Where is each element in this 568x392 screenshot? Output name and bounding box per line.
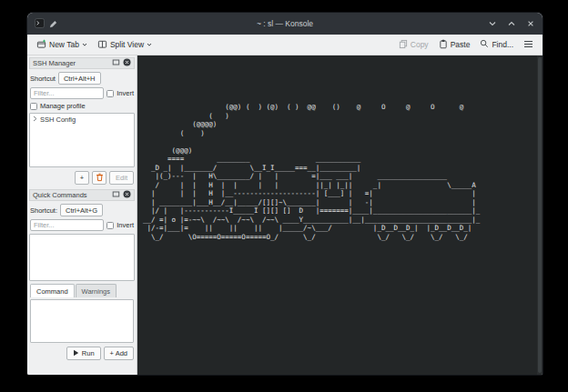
find-label: Find... [492, 40, 513, 49]
qc-shortcut-button[interactable]: Ctrl+Alt+G [60, 204, 103, 216]
qc-buttons-row: Run + Add [29, 346, 135, 362]
ssh-invert-label: Invert [117, 89, 134, 97]
qc-tabs: Command Warnings [30, 284, 134, 297]
hamburger-icon [523, 40, 533, 50]
main-content: SSH Manager Shortcut Ctrl+Alt+H [27, 55, 543, 375]
copy-button[interactable]: Copy [395, 37, 432, 53]
chevron-down-icon [82, 40, 87, 49]
qc-command-editor[interactable] [30, 299, 134, 343]
run-label: Run [82, 349, 95, 357]
tab-warnings[interactable]: Warnings [76, 284, 117, 297]
close-button[interactable] [526, 19, 535, 28]
expander-icon[interactable] [33, 116, 37, 124]
ssh-shortcut-button[interactable]: Ctrl+Alt+H [58, 72, 101, 85]
terminal-scrollbar[interactable] [537, 55, 543, 375]
paste-button[interactable]: Paste [435, 37, 474, 53]
ssh-manager-panel: SSH Manager Shortcut Ctrl+Alt+H [29, 57, 135, 186]
qc-invert-label: Invert [117, 221, 134, 229]
copy-icon [399, 39, 408, 51]
manage-profile-checkbox[interactable] [30, 103, 37, 110]
qc-invert-checkbox[interactable] [106, 222, 114, 229]
ssh-manager-title: SSH Manager [33, 59, 109, 67]
new-tab-label: New Tab [49, 40, 79, 49]
quick-commands-header[interactable]: Quick Commands [29, 189, 135, 201]
titlebar[interactable]: ~ : sl — Konsole [27, 13, 543, 35]
search-icon [480, 39, 489, 50]
trash-icon [96, 173, 104, 184]
ssh-filter-input[interactable] [30, 87, 104, 99]
manage-profile-row: Manage profile [29, 102, 135, 110]
qc-filter-row: Invert [29, 219, 135, 231]
terminal-area[interactable]: (@@) ( ) (@) ( ) @@ () @ O @ O @ ( ) (@@… [137, 55, 543, 375]
desktop-background: ~ : sl — Konsole New Tab [0, 0, 568, 392]
qc-filter-input[interactable] [30, 219, 104, 231]
chevron-down-icon [147, 40, 152, 49]
copy-label: Copy [411, 40, 429, 49]
toolbar: New Tab Split View Copy [27, 35, 543, 55]
ssh-config-tree[interactable]: SSH Config [29, 113, 135, 167]
split-view-label: Split View [110, 40, 144, 49]
close-panel-icon[interactable] [123, 190, 131, 200]
window-title: ~ : sl — Konsole [27, 19, 543, 28]
manage-profile-label: Manage profile [40, 102, 86, 110]
ssh-filter-row: Invert [29, 87, 135, 99]
qc-shortcut-row: Shortcut: Ctrl+Alt+G [29, 204, 135, 216]
float-panel-icon[interactable] [112, 58, 120, 68]
quick-commands-title: Quick Commands [33, 191, 109, 199]
split-view-icon [97, 39, 107, 51]
tab-command[interactable]: Command [30, 284, 75, 297]
ssh-delete-button[interactable] [92, 171, 106, 185]
ssh-shortcut-label: Shortcut [30, 75, 56, 83]
menu-button[interactable] [520, 38, 537, 52]
qc-add-button[interactable]: + Add [104, 347, 134, 360]
konsole-app-icon [35, 15, 45, 32]
run-icon [73, 349, 79, 358]
paste-icon [439, 39, 448, 51]
ssh-edit-button[interactable]: Edit [109, 171, 134, 185]
maximize-button[interactable] [507, 19, 516, 28]
tree-item-ssh-config[interactable]: SSH Config [33, 116, 131, 124]
close-panel-icon[interactable] [123, 58, 131, 68]
ssh-add-button[interactable]: + [75, 171, 89, 185]
ssh-invert-checkbox[interactable] [106, 90, 114, 97]
ssh-buttons-row: + Edit [29, 170, 135, 186]
paste-label: Paste [451, 40, 471, 49]
qc-command-list[interactable] [29, 234, 135, 281]
qc-shortcut-label: Shortcut: [30, 206, 57, 215]
sidebar: SSH Manager Shortcut Ctrl+Alt+H [27, 55, 137, 375]
konsole-window: ~ : sl — Konsole New Tab [27, 13, 543, 375]
terminal-scrollbar-thumb[interactable] [538, 57, 542, 373]
pencil-icon [49, 15, 57, 32]
split-view-button[interactable]: Split View [94, 37, 156, 53]
terminal-output[interactable]: (@@) ( ) (@) ( ) @@ () @ O @ O @ ( ) (@@… [143, 103, 480, 241]
new-tab-button[interactable]: New Tab [33, 37, 91, 53]
quick-commands-panel: Quick Commands Shortcut: Ctrl+Alt+G [29, 189, 135, 362]
new-tab-icon [36, 39, 46, 51]
find-button[interactable]: Find... [476, 37, 517, 52]
ssh-shortcut-row: Shortcut Ctrl+Alt+H [29, 72, 135, 85]
ssh-manager-header[interactable]: SSH Manager [29, 57, 135, 69]
minimize-button[interactable] [488, 19, 497, 28]
float-panel-icon[interactable] [112, 190, 120, 200]
tree-item-label: SSH Config [40, 116, 76, 124]
run-button[interactable]: Run [66, 347, 101, 360]
